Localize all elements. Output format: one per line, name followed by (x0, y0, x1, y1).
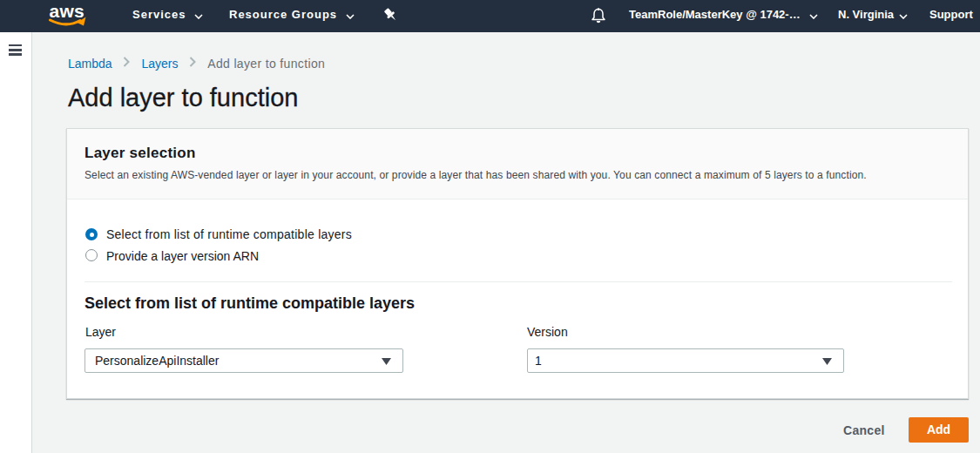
svg-text:aws: aws (50, 3, 84, 21)
